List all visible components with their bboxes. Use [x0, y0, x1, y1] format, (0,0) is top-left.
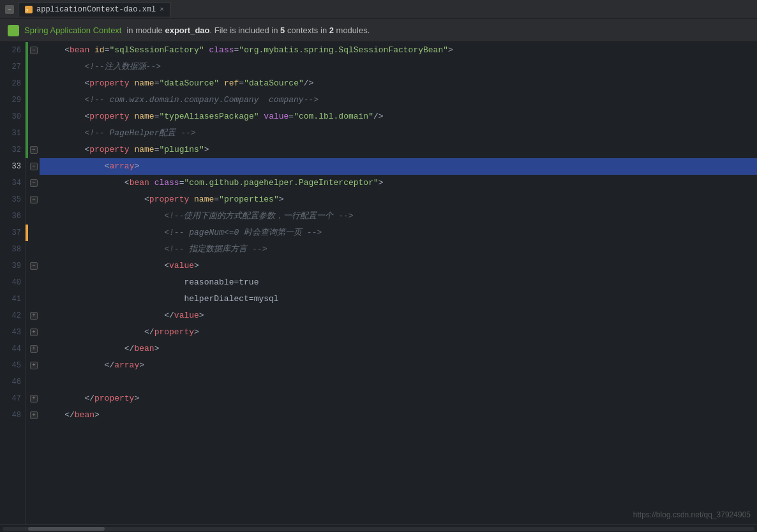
code-line: <property name="typeAliasesPackage" valu… — [40, 108, 757, 125]
code-token: <!--注入数据源--> — [45, 59, 161, 75]
code-token: "plugins" — [159, 142, 204, 158]
code-token: > — [134, 390, 139, 407]
fold-indicator[interactable]: − — [28, 258, 40, 274]
fold-indicator[interactable] — [28, 291, 40, 307]
code-token: name — [134, 142, 154, 158]
code-line: reasonable=true — [40, 274, 757, 291]
code-token: /> — [304, 75, 314, 92]
code-token: > — [134, 158, 139, 175]
title-bar: – x applicationContext-dao.xml × — [0, 0, 757, 19]
xml-file-icon: x — [25, 6, 33, 13]
line-number: 26 — [0, 42, 25, 59]
code-token: = — [214, 191, 219, 208]
code-token: = — [179, 175, 184, 191]
code-token: bean — [75, 407, 94, 424]
code-token: <!-- 指定数据库方言 --> — [45, 241, 267, 258]
fold-indicator[interactable] — [28, 92, 40, 108]
window-minimize[interactable]: – — [5, 5, 14, 14]
fold-close-icon[interactable]: + — [30, 362, 38, 369]
scrollbar-thumb[interactable] — [28, 527, 105, 531]
fold-indicator[interactable]: + — [28, 407, 40, 424]
code-token: "typeAliasesPackage" — [159, 108, 259, 125]
fold-indicator[interactable] — [28, 274, 40, 291]
code-token: = — [234, 42, 239, 59]
fold-indicator[interactable] — [28, 75, 40, 92]
code-line: </value> — [40, 307, 757, 324]
fold-indicator[interactable]: + — [28, 307, 40, 324]
code-token — [259, 108, 264, 125]
fold-open-icon[interactable]: − — [30, 163, 38, 170]
code-token: array — [109, 158, 134, 175]
fold-indicator[interactable]: − — [28, 42, 40, 59]
code-token: value — [169, 258, 194, 274]
line-number: 35 — [0, 191, 25, 208]
code-token — [130, 142, 135, 158]
code-token: > — [199, 307, 204, 324]
fold-indicator[interactable]: + — [28, 341, 40, 357]
code-token: </ — [45, 357, 114, 374]
code-token: < — [45, 42, 70, 59]
fold-indicator[interactable]: + — [28, 390, 40, 407]
fold-indicator[interactable] — [28, 208, 40, 225]
fold-indicator[interactable] — [28, 374, 40, 390]
fold-open-icon[interactable]: − — [30, 179, 38, 187]
code-line: <!-- PageHelper配置 --> — [40, 125, 757, 142]
code-token: bean — [70, 42, 89, 59]
fold-open-icon[interactable]: − — [30, 47, 38, 54]
fold-close-icon[interactable]: + — [30, 411, 38, 419]
code-token: <!-- pageNum<=0 时会查询第一页 --> — [45, 225, 322, 241]
code-token: property — [89, 142, 129, 158]
scrollbar-track[interactable] — [3, 527, 754, 531]
horizontal-scrollbar[interactable] — [0, 524, 757, 532]
code-line: <!-- com.wzx.domain.company.Company comp… — [40, 92, 757, 108]
code-token: </ — [45, 307, 174, 324]
line-number: 38 — [0, 241, 25, 258]
editor-tab[interactable]: x applicationContext-dao.xml × — [18, 2, 171, 17]
code-token: property — [94, 390, 134, 407]
fold-indicator[interactable] — [28, 108, 40, 125]
tab-label: applicationContext-dao.xml — [36, 5, 156, 14]
tab-close-button[interactable]: × — [160, 6, 164, 13]
fold-close-icon[interactable]: + — [30, 395, 38, 403]
code-token — [219, 75, 224, 92]
spring-icon — [8, 25, 19, 36]
code-token: name — [194, 191, 214, 208]
fold-indicator[interactable] — [28, 225, 40, 241]
code-token — [189, 191, 194, 208]
line-number: 42 — [0, 307, 25, 324]
fold-close-icon[interactable]: + — [30, 329, 38, 336]
code-token: < — [45, 108, 89, 125]
code-token: = — [105, 42, 110, 59]
line-number: 39 — [0, 258, 25, 274]
fold-open-icon[interactable]: − — [30, 262, 38, 270]
code-token: > — [279, 191, 284, 208]
code-token — [130, 108, 135, 125]
fold-indicator[interactable] — [28, 241, 40, 258]
fold-open-icon[interactable]: − — [30, 196, 38, 203]
code-token: </ — [45, 407, 75, 424]
fold-indicator[interactable]: − — [28, 191, 40, 208]
line-number: 28 — [0, 75, 25, 92]
fold-indicator[interactable]: − — [28, 142, 40, 158]
code-line: <value> — [40, 258, 757, 274]
code-line: <!-- pageNum<=0 时会查询第一页 --> — [40, 225, 757, 241]
fold-indicator[interactable] — [28, 59, 40, 75]
code-token: name — [134, 108, 154, 125]
fold-open-icon[interactable]: − — [30, 146, 38, 154]
fold-indicator[interactable]: + — [28, 357, 40, 374]
fold-indicator[interactable]: − — [28, 175, 40, 191]
code-token: = — [154, 108, 160, 125]
code-token: </ — [45, 390, 94, 407]
code-line: </property> — [40, 324, 757, 341]
code-token: </ — [45, 341, 134, 357]
fold-indicator[interactable]: − — [28, 158, 40, 175]
fold-close-icon[interactable]: + — [30, 345, 38, 353]
line-number: 32 — [0, 142, 25, 158]
svg-text:x: x — [26, 8, 29, 12]
code-line: <property name="plugins"> — [40, 142, 757, 158]
code-token: bean — [134, 341, 154, 357]
fold-close-icon[interactable]: + — [30, 312, 38, 320]
fold-indicator[interactable] — [28, 125, 40, 142]
fold-indicator[interactable]: + — [28, 324, 40, 341]
code-token: > — [204, 142, 209, 158]
